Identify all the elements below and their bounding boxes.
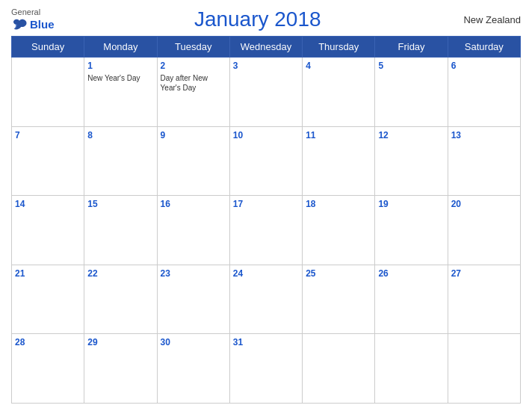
page-header: General Blue January 2018 New Zealand [11, 7, 521, 31]
calendar-cell: 20 [448, 196, 520, 265]
day-number: 19 [378, 198, 444, 211]
calendar-cell [375, 334, 448, 404]
calendar-cell: 12 [375, 126, 448, 196]
week-row-2: 78910111213 [12, 126, 521, 196]
calendar-cell: 6 [448, 58, 520, 127]
calendar-cell: 9 [157, 126, 229, 196]
day-number: 24 [233, 268, 299, 280]
calendar-cell: 15 [84, 196, 157, 265]
calendar-cell: 29 [84, 334, 157, 404]
day-number: 3 [233, 60, 299, 72]
calendar-cell: 23 [157, 265, 229, 334]
day-number: 12 [378, 129, 444, 142]
logo-general-text: General [11, 7, 40, 17]
calendar-header: SundayMondayTuesdayWednesdayThursdayFrid… [12, 37, 521, 58]
day-number: 18 [306, 198, 371, 211]
calendar-cell: 3 [229, 58, 302, 127]
day-number: 16 [161, 198, 226, 211]
day-number: 15 [87, 198, 153, 211]
week-row-4: 21222324252627 [12, 265, 521, 334]
week-row-5: 28293031 [12, 334, 521, 404]
day-number: 28 [15, 336, 81, 349]
day-header-sunday: Sunday [12, 37, 84, 58]
calendar-title: January 2018 [55, 7, 461, 31]
calendar-cell [303, 334, 375, 404]
calendar-cell: 10 [229, 126, 302, 196]
day-number: 20 [451, 198, 517, 211]
logo-blue-text: Blue [11, 18, 55, 31]
calendar-cell: 28 [12, 334, 84, 404]
day-number: 1 [87, 60, 153, 72]
day-number: 23 [161, 268, 226, 280]
day-number: 6 [451, 60, 517, 72]
day-number: 17 [233, 198, 299, 211]
day-number: 29 [87, 336, 153, 349]
calendar-cell: 1New Year's Day [84, 58, 157, 127]
header-row: SundayMondayTuesdayWednesdayThursdayFrid… [12, 37, 521, 58]
holiday-text: New Year's Day [87, 73, 153, 83]
day-number: 5 [378, 60, 444, 72]
calendar-cell: 18 [303, 196, 375, 265]
day-header-thursday: Thursday [303, 37, 375, 58]
day-number: 27 [451, 268, 517, 280]
day-number: 7 [15, 129, 81, 142]
holiday-text: Day after New Year's Day [161, 73, 226, 93]
calendar-cell: 5 [375, 58, 448, 127]
day-number: 30 [161, 336, 226, 349]
day-number: 11 [306, 129, 371, 142]
calendar-cell [12, 58, 84, 127]
logo-bird-icon [11, 18, 28, 31]
day-header-saturday: Saturday [448, 37, 520, 58]
day-number: 2 [161, 60, 226, 72]
country-label: New Zealand [461, 14, 521, 25]
calendar-cell: 21 [12, 265, 84, 334]
calendar-cell: 4 [303, 58, 375, 127]
day-number: 22 [87, 268, 153, 280]
day-number: 10 [233, 129, 299, 142]
calendar-body: 1New Year's Day2Day after New Year's Day… [12, 58, 521, 404]
day-number: 9 [161, 129, 226, 142]
day-number: 21 [15, 268, 81, 280]
day-number: 14 [15, 198, 81, 211]
calendar-cell [448, 334, 520, 404]
calendar-cell: 2Day after New Year's Day [157, 58, 229, 127]
day-header-tuesday: Tuesday [157, 37, 229, 58]
day-header-friday: Friday [375, 37, 448, 58]
day-number: 25 [306, 268, 371, 280]
calendar-cell: 22 [84, 265, 157, 334]
logo: General Blue [11, 7, 55, 31]
day-header-wednesday: Wednesday [229, 37, 302, 58]
day-number: 26 [378, 268, 444, 280]
calendar-cell: 7 [12, 126, 84, 196]
calendar-cell: 16 [157, 196, 229, 265]
calendar-cell: 26 [375, 265, 448, 334]
calendar-cell: 24 [229, 265, 302, 334]
calendar-cell: 31 [229, 334, 302, 404]
calendar-cell: 14 [12, 196, 84, 265]
calendar-cell: 27 [448, 265, 520, 334]
week-row-3: 14151617181920 [12, 196, 521, 265]
calendar-cell: 25 [303, 265, 375, 334]
day-number: 4 [306, 60, 371, 72]
calendar-cell: 19 [375, 196, 448, 265]
calendar-cell: 8 [84, 126, 157, 196]
day-number: 31 [233, 336, 299, 349]
day-number: 13 [451, 129, 517, 142]
day-header-monday: Monday [84, 37, 157, 58]
calendar-cell: 11 [303, 126, 375, 196]
week-row-1: 1New Year's Day2Day after New Year's Day… [12, 58, 521, 127]
calendar-cell: 30 [157, 334, 229, 404]
calendar-cell: 13 [448, 126, 520, 196]
day-number: 8 [87, 129, 153, 142]
calendar-table: SundayMondayTuesdayWednesdayThursdayFrid… [11, 36, 521, 404]
calendar-cell: 17 [229, 196, 302, 265]
